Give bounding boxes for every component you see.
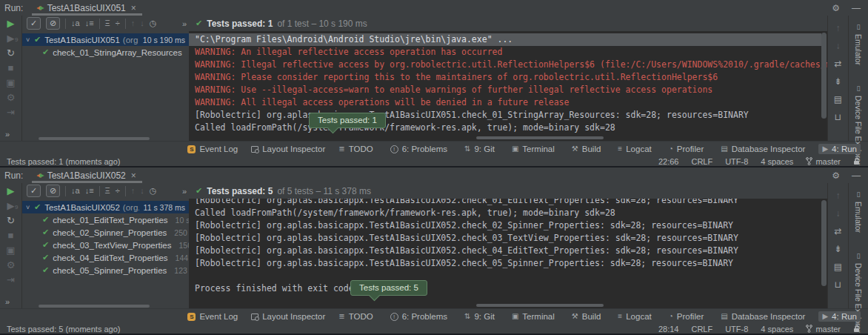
tool-window-button[interactable]: ▶4: Run <box>818 144 861 154</box>
caret-position[interactable]: 28:14 <box>658 325 679 334</box>
run-toolbar-icon[interactable]: ↻ <box>7 216 15 225</box>
overflow-chevron-icon[interactable]: » <box>182 187 187 196</box>
run-tab[interactable]: ◀▶ TestA1BasicUIX052 × <box>32 168 141 183</box>
console-horizontal-scrollbar[interactable] <box>189 303 827 308</box>
git-branch-widget[interactable]: master <box>806 325 841 334</box>
tool-window-button[interactable]: ▤Database Inspector <box>717 144 809 154</box>
event-log-button[interactable]: SEvent Log <box>187 145 238 153</box>
run-toolbar-icon[interactable]: ▶9 <box>7 33 15 43</box>
tool-window-button[interactable]: ⚒Build <box>568 311 605 322</box>
tree-toolbar-icon[interactable]: ◷ <box>150 187 157 195</box>
gear-icon[interactable]: ⚙ <box>832 170 840 181</box>
test-tree-row[interactable]: ✔ check_04_EditText_Properties 144 ms <box>22 251 189 264</box>
tool-window-button[interactable]: ≡Logcat <box>614 311 655 322</box>
tree-toolbar-icon[interactable] <box>125 19 126 29</box>
chevron-down-icon[interactable]: ˅ <box>26 204 34 211</box>
tree-toolbar-icon[interactable]: ◷ <box>150 19 157 27</box>
tree-toolbar-icon[interactable]: ↓a <box>71 19 80 27</box>
chevron-down-icon[interactable]: ˅ <box>26 36 34 44</box>
run-toolbar-icon[interactable]: ⇥ <box>7 275 15 285</box>
layout-inspector-button[interactable]: Layout Inspector <box>251 312 325 321</box>
tree-toolbar-icon[interactable]: Ξ <box>105 187 110 195</box>
tree-toolbar-icon[interactable] <box>99 19 100 29</box>
indent-indicator[interactable]: 4 spaces <box>761 157 793 166</box>
tool-window-button[interactable]: ◔Profiler <box>665 144 707 154</box>
minimize-icon[interactable]: — <box>852 3 861 13</box>
console-toolbar-icon[interactable]: ⇄ <box>834 59 841 69</box>
tree-toolbar-icon[interactable]: ↑ <box>131 19 136 27</box>
tree-toolbar-icon[interactable] <box>99 186 100 196</box>
run-toolbar-icon[interactable]: ⚙ <box>7 93 16 102</box>
run-toolbar-icon[interactable]: ■ <box>8 230 14 240</box>
console-vertical-scrollbar[interactable] <box>821 200 827 286</box>
tool-window-button[interactable]: ≡Logcat <box>614 144 655 154</box>
run-toolbar-icon[interactable]: ▣ <box>6 245 15 255</box>
run-toolbar-icon[interactable]: ▶ <box>7 19 15 28</box>
tree-toolbar-icon[interactable]: ÷ <box>116 19 120 27</box>
console-toolbar-icon[interactable]: ⇄ <box>834 226 841 236</box>
run-toolbar-icon[interactable]: ↻ <box>7 48 15 58</box>
tool-window-button[interactable]: !6: Problems <box>387 311 451 322</box>
run-toolbar-icon[interactable]: ▣ <box>6 78 15 87</box>
tree-toolbar-icon[interactable]: ✓ <box>27 185 41 197</box>
tool-window-button[interactable]: ◔Profiler <box>665 311 707 322</box>
tool-window-tab[interactable]: ▯Emulator <box>854 190 863 233</box>
tool-window-tab[interactable]: ▯Emulator <box>854 23 863 65</box>
run-toolbar-icon[interactable]: ⇥ <box>7 107 15 117</box>
console-toolbar-icon[interactable]: ▤ <box>834 262 842 272</box>
tree-toolbar-icon[interactable]: ÷ <box>116 187 120 195</box>
tree-horizontal-scrollbar[interactable] <box>22 136 189 141</box>
tool-window-button[interactable]: ▣Terminal <box>508 311 558 322</box>
console-toolbar-icon[interactable]: ⊔ <box>835 279 841 290</box>
encoding-indicator[interactable]: UTF-8 <box>725 325 748 334</box>
console-horizontal-scrollbar[interactable] <box>189 136 827 141</box>
caret-position[interactable]: 22:66 <box>658 157 679 166</box>
git-branch-widget[interactable]: master <box>806 157 841 166</box>
overflow-chevron-icon[interactable]: » <box>5 130 10 139</box>
test-tree-row[interactable]: ✔ check_01_StringArray_Resources 10 s 19… <box>22 46 189 59</box>
indent-indicator[interactable]: 4 spaces <box>761 325 793 334</box>
minimize-icon[interactable]: — <box>852 170 861 181</box>
test-tree-row[interactable]: ˅ ✔ TestA1BasicUIX051 (org.aplas.basica … <box>22 33 189 46</box>
tool-window-button[interactable]: ▶4: Run <box>818 311 861 322</box>
test-tree-row[interactable]: ✔ check_01_EditText_Properties 10 s 711 … <box>22 213 189 226</box>
tool-window-button[interactable]: ▤Database Inspector <box>717 311 809 322</box>
run-toolbar-icon[interactable]: ■ <box>8 63 14 73</box>
test-tree-row[interactable]: ✔ check_02_Spinner_Properties 250 ms <box>22 226 189 239</box>
console-toolbar-icon[interactable]: ↑ <box>836 23 841 33</box>
line-ending-indicator[interactable]: CRLF <box>691 157 712 166</box>
console-output[interactable]: [Robolectric] org.aplas.basicappx.TestA1… <box>189 199 827 303</box>
layout-inspector-button[interactable]: Layout Inspector <box>251 145 325 153</box>
tool-window-button[interactable]: ⇅9: Git <box>461 144 498 154</box>
console-toolbar-icon[interactable]: ▤ <box>834 94 842 105</box>
close-icon[interactable]: × <box>131 3 136 13</box>
tree-toolbar-icon[interactable]: ⊘ <box>46 17 60 30</box>
encoding-indicator[interactable]: UTF-8 <box>725 157 748 166</box>
console-toolbar-icon[interactable]: ↑ <box>836 190 841 201</box>
gear-icon[interactable]: ⚙ <box>832 3 840 13</box>
run-tab[interactable]: ◀▶ TestA1BasicUIX051 × <box>32 0 141 16</box>
run-toolbar-icon[interactable]: ▶9 <box>7 201 15 210</box>
run-toolbar-icon[interactable]: ⚙ <box>7 260 16 270</box>
console-vertical-scrollbar[interactable] <box>821 33 827 119</box>
tool-window-button[interactable]: ≣TODO <box>335 144 376 154</box>
tree-horizontal-scrollbar[interactable] <box>22 304 189 308</box>
tree-toolbar-icon[interactable]: ↓ <box>140 19 144 27</box>
tool-window-button[interactable]: ≣TODO <box>335 311 376 322</box>
line-ending-indicator[interactable]: CRLF <box>691 325 712 334</box>
console-toolbar-icon[interactable]: ↓ <box>836 208 841 219</box>
tree-toolbar-icon[interactable]: ↓≡ <box>85 19 94 27</box>
tree-toolbar-icon[interactable]: ↑ <box>131 187 136 195</box>
console-toolbar-icon[interactable]: ⇟ <box>834 76 841 87</box>
tool-window-button[interactable]: !6: Problems <box>387 144 451 154</box>
overflow-chevron-icon[interactable]: » <box>182 19 187 28</box>
tree-toolbar-icon[interactable] <box>65 19 66 29</box>
tree-toolbar-icon[interactable]: ↓≡ <box>85 187 94 195</box>
console-toolbar-icon[interactable]: ⊔ <box>835 112 841 122</box>
console-toolbar-icon[interactable]: ↓ <box>836 41 841 51</box>
tree-toolbar-icon[interactable]: ⊘ <box>46 185 60 197</box>
console-toolbar-icon[interactable]: ⇟ <box>834 244 841 254</box>
event-log-button[interactable]: SEvent Log <box>187 312 238 321</box>
tree-toolbar-icon[interactable]: ↓ <box>140 187 144 195</box>
tool-window-button[interactable]: ⚒Build <box>568 144 605 154</box>
